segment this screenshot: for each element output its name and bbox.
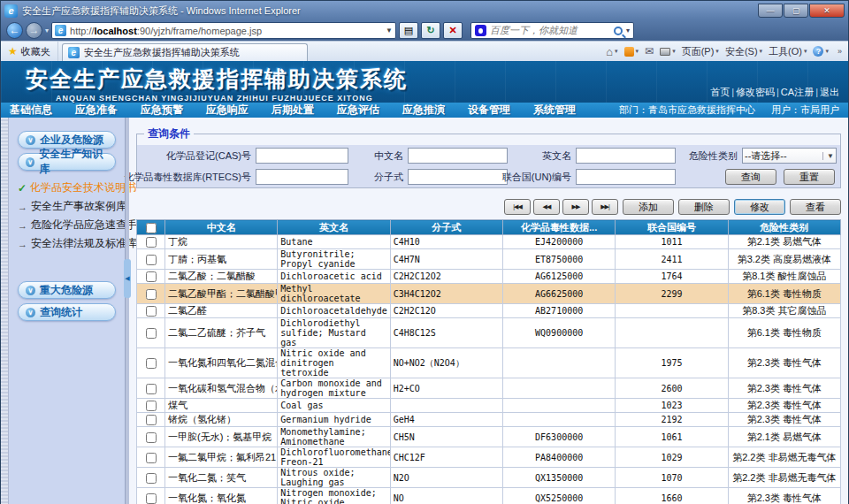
toolbar-overflow-icon[interactable]: » bbox=[835, 47, 845, 56]
favorites-button[interactable]: ★ 收藏夹 bbox=[1, 42, 58, 61]
add-button[interactable]: 添加 bbox=[623, 199, 674, 215]
row-checkbox[interactable] bbox=[146, 493, 157, 504]
next-page-button[interactable]: ▶▶ bbox=[562, 199, 589, 215]
sidebar-item[interactable]: →危险化学品应急速查手... bbox=[18, 216, 125, 234]
feeds-button[interactable]: ▾ bbox=[624, 47, 639, 57]
row-checkbox[interactable] bbox=[146, 384, 157, 394]
nav-item[interactable]: 设备管理 bbox=[468, 103, 510, 118]
row-checkbox[interactable] bbox=[146, 473, 157, 484]
back-button[interactable]: ← bbox=[6, 22, 23, 39]
read-mail-button[interactable]: ✉ bbox=[645, 45, 654, 57]
collapse-sidebar-icon[interactable]: ◀ bbox=[124, 259, 131, 298]
home-button[interactable]: ⌂▾ bbox=[606, 45, 617, 58]
row-checkbox[interactable] bbox=[146, 237, 157, 248]
row-checkbox[interactable] bbox=[146, 306, 157, 317]
table-row[interactable]: 二氯乙酸甲酯；二氯醋酸甲酯Methyl dichloroacetateC3H4C… bbox=[137, 284, 841, 304]
table-row[interactable]: 煤气Coal gas1023第2.3类 毒性气体 bbox=[137, 399, 841, 413]
delete-button[interactable]: 删除 bbox=[678, 199, 730, 215]
url-dropdown-icon[interactable]: ▼ bbox=[386, 27, 393, 34]
search-icon[interactable] bbox=[614, 27, 623, 35]
sidebar-group-hazard[interactable]: ∨ 重大危险源 bbox=[18, 281, 116, 299]
sidebar-item[interactable]: →安全法律法规及标准库 bbox=[18, 234, 125, 253]
header-link[interactable]: 修改密码 bbox=[736, 87, 775, 97]
nav-item[interactable]: 应急评估 bbox=[337, 103, 379, 118]
maximize-button[interactable]: ▢ bbox=[784, 4, 808, 18]
row-checkbox[interactable] bbox=[146, 432, 157, 443]
tools-menu[interactable]: 工具(O)▾ bbox=[769, 45, 807, 58]
header-link[interactable]: 首页 bbox=[710, 87, 730, 97]
table-row[interactable]: 二氯乙醛DichloroacetaldehydeC2H2C12OAB271000… bbox=[137, 304, 841, 318]
refresh-button[interactable]: ↻ bbox=[421, 22, 440, 39]
reset-button[interactable]: 重置 bbox=[784, 169, 835, 185]
header-link[interactable]: 退出 bbox=[820, 87, 839, 97]
prev-page-button[interactable]: ◀◀ bbox=[533, 199, 560, 215]
table-row[interactable]: 一氟二氯甲烷；氟利昂21Dichlorofluoromethane; Freon… bbox=[137, 447, 841, 468]
col-header-un[interactable]: 联合国编号 bbox=[616, 220, 728, 235]
nav-item[interactable]: 应急预警 bbox=[141, 103, 183, 118]
table-row[interactable]: 丁烷ButaneC4H10EJ42000001011第2.1类 易燃气体 bbox=[137, 235, 841, 249]
col-header-rtecs[interactable]: 化学品毒性数据... bbox=[502, 220, 615, 235]
row-checkbox[interactable] bbox=[146, 358, 157, 369]
table-row[interactable]: 二氯乙酸；二氯醋酸Dichloroacetic acidC2H2C12O2AG6… bbox=[137, 270, 841, 284]
search-dropdown-icon[interactable]: ▾ bbox=[626, 27, 630, 34]
nav-item[interactable]: 应急推演 bbox=[402, 103, 445, 118]
table-row[interactable]: 锗烷（氢化锗）Germanium hydrideGeH42192第2.3类 毒性… bbox=[137, 413, 841, 427]
view-button[interactable]: 查看 bbox=[790, 199, 841, 215]
table-row[interactable]: 二氯二乙硫醚；芥子气Dichlorodiethyl sulfide; Musta… bbox=[137, 318, 841, 348]
nav-item[interactable]: 系统管理 bbox=[533, 103, 576, 118]
safety-menu[interactable]: 安全(S)▾ bbox=[725, 45, 762, 58]
table-row[interactable]: 一氧化氮；氧化氮Nitrogen monoxide; Nitric oxideN… bbox=[137, 488, 841, 504]
minimize-button[interactable]: — bbox=[758, 4, 783, 18]
table-row[interactable]: 丁腈；丙基氰Butyronitrile; Propyl cyanideC4H7N… bbox=[137, 249, 841, 270]
table-row[interactable]: 一氧化氮和四氧化二氮混合物（氮氧化物，硝基气，氧化氮气体）Nitric oxid… bbox=[137, 348, 841, 378]
search-box[interactable]: ▾ bbox=[470, 22, 634, 39]
col-header-hazard[interactable]: 危险性类别 bbox=[728, 220, 840, 235]
row-checkbox[interactable] bbox=[146, 401, 157, 411]
sidebar-item[interactable]: →安全生产事故案例库 bbox=[18, 197, 125, 216]
sidebar-group-stats[interactable]: ∨ 查询统计 bbox=[18, 303, 116, 321]
print-button[interactable]: ▾ bbox=[660, 48, 676, 56]
compatibility-view-button[interactable]: ▤ bbox=[399, 22, 418, 39]
forward-button[interactable]: → bbox=[26, 22, 42, 39]
nav-item[interactable]: 后期处置 bbox=[272, 103, 314, 118]
table-row[interactable]: 一氧化二氮；笑气Nitrous oxide; Laughing gasN2OQX… bbox=[137, 468, 841, 488]
sidebar-group-enterprise[interactable]: ∨ 企业及危险源 bbox=[18, 131, 116, 149]
table-row[interactable]: 一甲胺(无水)；氨基甲烷Monomethylamine; Aminomethan… bbox=[137, 427, 841, 447]
modify-button[interactable]: 修改 bbox=[734, 199, 785, 215]
row-checkbox[interactable] bbox=[146, 415, 157, 425]
help-menu[interactable]: ?▾ bbox=[813, 46, 829, 57]
page-menu[interactable]: 页面(P)▾ bbox=[682, 45, 719, 58]
un-input[interactable] bbox=[576, 169, 676, 185]
history-dropdown-icon[interactable]: ▾ bbox=[45, 27, 49, 34]
search-button[interactable]: 查询 bbox=[725, 169, 776, 185]
row-checkbox[interactable] bbox=[146, 255, 157, 265]
nav-item[interactable]: 应急响应 bbox=[206, 103, 249, 118]
col-header-cn[interactable]: 中文名 bbox=[165, 220, 278, 235]
sidebar-item[interactable]: ✓化学品安全技术说明书 bbox=[18, 179, 125, 197]
sidebar-splitter[interactable]: ◀ bbox=[125, 118, 129, 504]
cas-input[interactable] bbox=[256, 148, 348, 164]
sidebar-group-knowledge[interactable]: ∨ 安全生产知识库 bbox=[18, 153, 116, 171]
close-button[interactable]: ✕ bbox=[809, 4, 845, 18]
row-checkbox[interactable] bbox=[146, 271, 157, 282]
address-bar[interactable]: e http://localhost:90/yjzh/frame/homepag… bbox=[51, 22, 396, 39]
table-row[interactable]: 一氧化碳和氢气混合物（水煤气）Carbon monoxide and hydro… bbox=[137, 378, 841, 399]
nav-item[interactable]: 应急准备 bbox=[75, 103, 118, 118]
last-page-button[interactable]: ▶▶| bbox=[592, 199, 618, 215]
select-all-checkbox[interactable] bbox=[146, 223, 157, 233]
en-name-input[interactable] bbox=[576, 148, 676, 164]
first-page-button[interactable]: |◀◀ bbox=[504, 199, 531, 215]
row-checkbox[interactable] bbox=[146, 453, 157, 463]
hazard-select[interactable]: --请选择-- ▼ bbox=[742, 148, 837, 164]
cn-name-input[interactable] bbox=[408, 148, 508, 164]
formula-input[interactable] bbox=[408, 169, 508, 185]
row-checkbox[interactable] bbox=[146, 328, 157, 339]
col-header-en[interactable]: 英文名 bbox=[278, 220, 390, 235]
nav-item[interactable]: 基础信息 bbox=[10, 103, 52, 118]
col-header-formula[interactable]: 分子式 bbox=[390, 220, 502, 235]
row-checkbox[interactable] bbox=[146, 289, 157, 300]
search-input[interactable] bbox=[490, 26, 610, 36]
header-link[interactable]: CA注册 bbox=[781, 87, 814, 97]
rtecs-input[interactable] bbox=[256, 169, 348, 185]
browser-tab[interactable]: e 安全生产应急救援指挥辅助决策系统 bbox=[62, 43, 308, 62]
